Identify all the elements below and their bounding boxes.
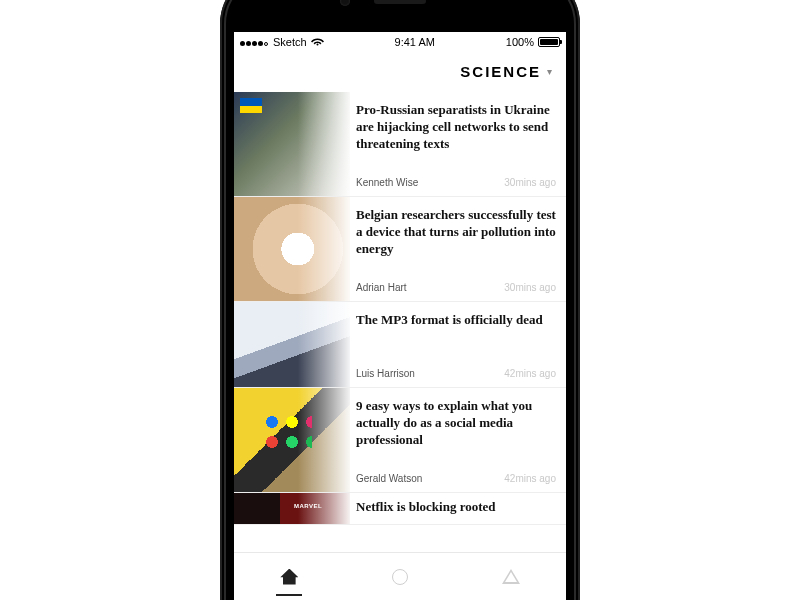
status-bar: Sketch 9:41 AM 100% [234, 32, 566, 52]
article-author: Gerald Watson [356, 473, 422, 484]
tab-triangle[interactable] [455, 553, 566, 600]
article-row[interactable]: Netflix is blocking rooted [234, 493, 566, 525]
article-list[interactable]: Pro-Russian separatists in Ukraine are h… [234, 92, 566, 552]
article-row[interactable]: 9 easy ways to explain what you actually… [234, 388, 566, 493]
clock: 9:41 AM [395, 36, 435, 48]
article-content: Pro-Russian separatists in Ukraine are h… [350, 92, 566, 196]
article-meta: Adrian Hart30mins ago [356, 282, 556, 293]
article-headline: 9 easy ways to explain what you actually… [356, 398, 556, 449]
article-meta: Gerald Watson42mins ago [356, 473, 556, 484]
carrier-label: Sketch [273, 36, 307, 48]
home-icon [280, 569, 298, 585]
article-headline: The MP3 format is officially dead [356, 312, 556, 329]
phone-camera [340, 0, 350, 6]
article-thumb [234, 302, 350, 387]
signal-dots-icon [240, 36, 269, 48]
tab-circle[interactable] [345, 553, 456, 600]
article-row[interactable]: The MP3 format is officially deadLuis Ha… [234, 302, 566, 388]
article-thumb [234, 92, 350, 196]
article-meta: Luis Harrison42mins ago [356, 368, 556, 379]
article-author: Kenneth Wise [356, 177, 418, 188]
wifi-icon [311, 36, 324, 48]
battery-icon [538, 37, 560, 47]
tab-home[interactable] [234, 553, 345, 600]
article-content: Belgian researchers successfully test a … [350, 197, 566, 301]
article-thumb [234, 493, 350, 524]
article-time: 30mins ago [504, 282, 556, 293]
article-author: Luis Harrison [356, 368, 415, 379]
chevron-down-icon: ▾ [547, 66, 552, 77]
triangle-icon [502, 569, 520, 584]
tab-bar [234, 552, 566, 600]
article-headline: Netflix is blocking rooted [356, 499, 556, 516]
article-time: 42mins ago [504, 473, 556, 484]
article-author: Adrian Hart [356, 282, 407, 293]
phone-speaker [374, 0, 426, 4]
circle-icon [392, 569, 408, 585]
article-row[interactable]: Pro-Russian separatists in Ukraine are h… [234, 92, 566, 197]
article-thumb [234, 388, 350, 492]
article-content: The MP3 format is officially deadLuis Ha… [350, 302, 566, 387]
article-time: 30mins ago [504, 177, 556, 188]
article-headline: Belgian researchers successfully test a … [356, 207, 556, 258]
article-row[interactable]: Belgian researchers successfully test a … [234, 197, 566, 302]
article-meta: Kenneth Wise30mins ago [356, 177, 556, 188]
article-headline: Pro-Russian separatists in Ukraine are h… [356, 102, 556, 153]
article-content: 9 easy ways to explain what you actually… [350, 388, 566, 492]
battery-pct: 100% [506, 36, 534, 48]
category-title: SCIENCE [460, 63, 541, 80]
article-time: 42mins ago [504, 368, 556, 379]
phone-frame: Sketch 9:41 AM 100% SCIENCE ▾ Pro-Russia… [220, 0, 580, 600]
category-header[interactable]: SCIENCE ▾ [234, 52, 566, 92]
article-thumb [234, 197, 350, 301]
screen: Sketch 9:41 AM 100% SCIENCE ▾ Pro-Russia… [234, 32, 566, 600]
article-content: Netflix is blocking rooted [350, 493, 566, 524]
